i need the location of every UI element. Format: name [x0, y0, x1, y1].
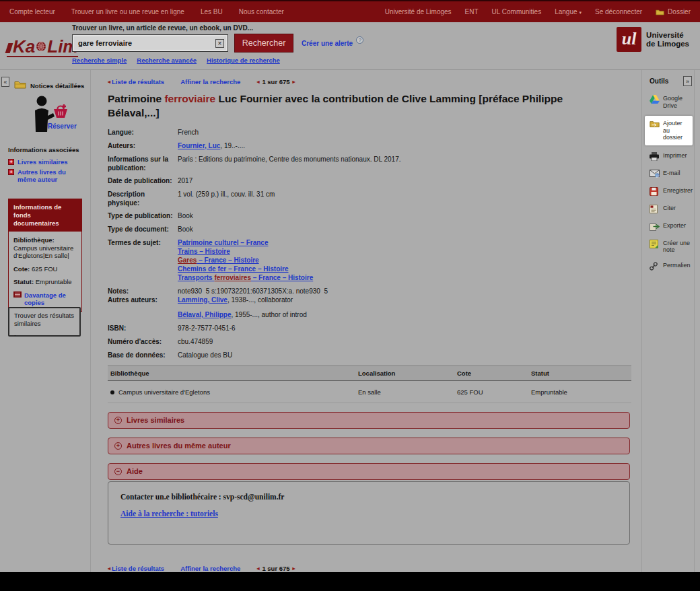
accordion-livres-similaires[interactable]: +Livres similaires [108, 412, 630, 429]
table-cell: En salle [355, 380, 454, 403]
topbar-item-trouver-un-livre-ou-une-revue-en-ligne[interactable]: Trouver un livre ou une revue en ligne [71, 8, 184, 15]
refine-search-link[interactable]: Affiner la recherche [180, 565, 240, 572]
tool-label: Enregistrer [663, 187, 693, 195]
field-value: 2017 [178, 177, 193, 186]
topbar: Compte lecteurTrouver un livre ou une re… [0, 0, 700, 22]
page: Compte lecteurTrouver un livre ou une re… [0, 0, 700, 572]
tool-item-exporter[interactable]: Exporter [650, 222, 691, 232]
accordion-autres-livres-du-meme-auteur[interactable]: +Autres livres du même auteur [108, 438, 630, 454]
save-icon [650, 187, 660, 197]
field-value-text: , 19..-.... [220, 142, 245, 149]
table-cell: 625 FOU [454, 380, 528, 403]
refine-search-link[interactable]: Affiner la recherche [180, 78, 240, 85]
mode-link-historique-de-recherche[interactable]: Historique de recherche [207, 57, 280, 64]
tool-item-citer[interactable]: Citer [650, 205, 691, 214]
tool-item-e-mail[interactable]: @E-mail [650, 170, 691, 179]
next-result-icon[interactable]: ▸ [293, 79, 295, 85]
topbar-item-ul-communities[interactable]: UL Communities [492, 8, 542, 15]
topbar-item-se-deconnecter[interactable]: Se déconnecter [595, 8, 642, 15]
field-label: Base de données: [108, 351, 178, 360]
collapse-circle-icon: − [114, 468, 122, 475]
tool-item-enregistrer[interactable]: Enregistrer [650, 187, 691, 197]
column-header-localisation: Localisation [355, 366, 454, 380]
topbar-item-ent[interactable]: ENT [465, 8, 479, 15]
main-content: ◂Liste de résultatsAffiner la recherche◂… [92, 70, 641, 572]
results-list-link[interactable]: Liste de résultats [112, 78, 164, 85]
associated-link-livres-similaires[interactable]: +Livres similaires [8, 158, 85, 166]
field-value: note930_5 s:190732201:60371305X;a. note9… [178, 287, 328, 293]
associated-links: +Livres similaires+Autres livres du même… [8, 158, 85, 183]
topbar-item-les-bu[interactable]: Les BU [201, 8, 223, 15]
help-tutorials-link[interactable]: Aide à la recherche : tutoriels [120, 510, 218, 518]
field-value-link[interactable]: Fournier, Luc [178, 142, 220, 149]
field-label: Termes de sujet: [108, 239, 178, 283]
associated-link-autres-livres-du-meme-auteur[interactable]: +Autres livres du même auteur [8, 168, 85, 183]
university-logo[interactable]: ul Université de Limoges [617, 27, 689, 52]
expand-plus-icon: + [8, 169, 14, 175]
tool-item-ajouter-au-dossier[interactable]: Ajouter au dossier [645, 116, 693, 145]
topbar-left-menu: Compte lecteurTrouver un livre ou une re… [9, 8, 284, 15]
topbar-item-universite-de-limoges[interactable]: Université de Limoges [385, 8, 452, 15]
field-row-langue: Langue:French [108, 129, 615, 137]
field-value-text: Paris : Editions du patrimoine, Centre d… [178, 155, 400, 163]
find-similar-box[interactable]: Trouver des résultats similaires . [8, 307, 81, 337]
field-value-link[interactable]: Patrimoine culturel – France [178, 239, 269, 246]
topbar-item-nous-contacter[interactable]: Nous contacter [239, 8, 284, 15]
field-label-line: Type de document: [108, 225, 175, 234]
folder-icon [14, 79, 26, 92]
more-copies-link[interactable]: Davantage de copies [13, 291, 77, 307]
tool-item-creer-une-note[interactable]: Créer une note [650, 240, 691, 254]
field-value-link[interactable]: Bélaval, Philippe [178, 311, 231, 318]
kaolim-logo[interactable]: Ka Lim [7, 37, 78, 57]
help-icon[interactable]: ? [356, 36, 363, 44]
field-label: Langue: [108, 129, 178, 137]
field-row-termes-de-sujet: Termes de sujet:Patrimoine culturel – Fr… [108, 239, 615, 283]
field-value-link[interactable]: Chemins de fer – France – Histoire [178, 265, 289, 273]
search-button[interactable]: Rechercher [234, 34, 293, 53]
search-input[interactable]: gare ferroviaire × [72, 34, 228, 52]
logo-text-a: Ka [13, 38, 35, 55]
next-result-icon[interactable]: ▸ [293, 565, 295, 571]
search-value: gare ferroviaire [78, 39, 132, 47]
holdings-table: BibliothèqueLocalisationCoteStatut Campu… [108, 366, 631, 403]
topbar-item-dossier[interactable]: Dossier [656, 8, 691, 15]
field-label-line: publication: [108, 164, 175, 173]
collapse-sidebar-button[interactable]: « [1, 77, 9, 87]
tool-item-permalien[interactable]: Permalien [650, 262, 691, 271]
field-value-link[interactable]: ferroviaires [214, 274, 250, 281]
accordion-list: +Livres similaires+Autres livres du même… [108, 412, 615, 480]
field-value-link[interactable]: – France – Histoire [197, 256, 258, 264]
holdings-box-line-cote: Cote: 625 FOU [13, 265, 77, 273]
field-value: Book [178, 225, 193, 234]
topbar-item-langue[interactable]: Langue▾ [555, 8, 582, 15]
previous-result-icon[interactable]: ◂ [256, 565, 259, 571]
field-label: Type de publication: [108, 212, 178, 221]
field-value-line: Transports ferroviaires – France – Histo… [178, 274, 313, 283]
expand-circle-icon: + [114, 442, 122, 450]
accordion-aide[interactable]: −Aide [108, 463, 630, 480]
mode-link-recherche-simple[interactable]: Recherche simple [72, 57, 127, 64]
mode-link-recherche-avancee[interactable]: Recherche avancée [137, 57, 197, 64]
field-value-link[interactable]: Lamming, Clive [178, 296, 228, 304]
reserve-link[interactable]: Réserver [48, 123, 77, 130]
field-label-line: Langue: [108, 129, 175, 137]
field-value-link[interactable]: – France – Histoire [251, 274, 313, 281]
field-label-line: Date de publication: [108, 177, 175, 186]
expand-sidebar-button[interactable]: » [683, 76, 692, 86]
holdings-box-line-bibliotheque: Bibliothèque: Campus universitaire d'Egl… [13, 236, 77, 260]
tool-item-google-drive[interactable]: Google Drive [650, 95, 691, 109]
previous-result-icon[interactable]: ◂ [256, 79, 259, 85]
field-value: Patrimoine culturel – FranceTrains – His… [178, 239, 313, 283]
topbar-item-compte-lecteur[interactable]: Compte lecteur [9, 8, 55, 15]
expand-circle-icon: + [114, 417, 122, 424]
tool-item-imprimer[interactable]: Imprimer [650, 152, 691, 162]
field-value-link[interactable]: Gares [178, 256, 197, 264]
field-value: 1 vol. (259 p.) ill., couv. ill. 31 cm [178, 190, 275, 207]
results-list-link[interactable]: Liste de résultats [112, 565, 164, 572]
field-value-text: note930_5 s:190732201:60371305X;a. note9… [178, 287, 328, 293]
field-value-link[interactable]: Transports [178, 274, 214, 281]
field-value-link[interactable]: Trains – Histoire [178, 248, 230, 255]
globe-icon [36, 37, 46, 55]
create-alert-link[interactable]: Créer une alerte [302, 40, 353, 47]
clear-search-button[interactable]: × [215, 39, 224, 48]
